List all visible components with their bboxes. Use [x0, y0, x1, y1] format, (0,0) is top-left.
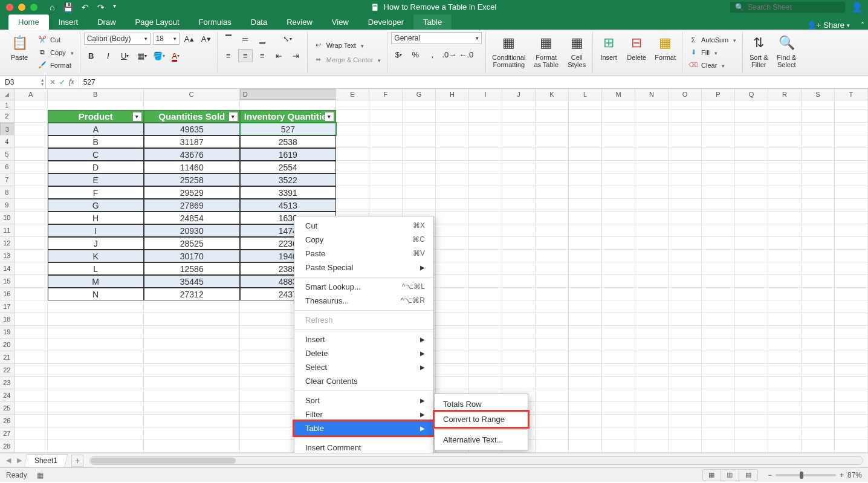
cell[interactable] [369, 135, 403, 148]
cell[interactable] [502, 377, 536, 389]
cell[interactable] [735, 123, 768, 135]
cell[interactable]: 27869 [144, 199, 240, 212]
cell[interactable] [436, 262, 469, 275]
cell[interactable] [835, 123, 868, 135]
cell[interactable] [835, 364, 868, 377]
cell[interactable] [768, 377, 802, 389]
cell[interactable] [536, 212, 569, 224]
decrease-decimal-icon[interactable]: ←.0 [459, 48, 473, 61]
cell[interactable] [536, 135, 569, 148]
borders-button[interactable]: ▦▾ [135, 49, 149, 62]
cell[interactable] [669, 161, 702, 173]
cell[interactable] [536, 440, 569, 453]
cell[interactable] [702, 173, 735, 186]
cell[interactable] [702, 389, 735, 402]
cell[interactable] [669, 237, 702, 250]
cell[interactable] [15, 427, 48, 440]
submenu-convert-to-range[interactable]: Convert to Range [435, 412, 528, 427]
cell[interactable] [602, 377, 635, 389]
cell[interactable] [469, 326, 502, 339]
cell[interactable] [835, 351, 868, 364]
cell[interactable] [768, 148, 802, 161]
cell[interactable] [369, 173, 403, 186]
cell[interactable]: 12586 [144, 262, 240, 275]
row-header[interactable]: 10 [0, 212, 15, 224]
cell[interactable] [802, 173, 835, 186]
row-header[interactable]: 27 [0, 427, 15, 440]
cell[interactable] [403, 161, 436, 173]
cell[interactable] [15, 402, 48, 415]
cell[interactable] [768, 300, 802, 313]
cell[interactable] [336, 110, 369, 123]
cell[interactable]: 49635 [144, 123, 240, 135]
cell[interactable] [602, 250, 635, 262]
row-header[interactable]: 1 [0, 100, 15, 110]
cell[interactable] [768, 186, 802, 199]
cell[interactable]: Product▾ [48, 110, 144, 123]
cell[interactable]: 35445 [144, 275, 240, 288]
cell[interactable] [569, 339, 602, 351]
cell[interactable] [15, 326, 48, 339]
cell[interactable] [802, 313, 835, 326]
cell[interactable]: 20930 [144, 224, 240, 237]
cell[interactable] [835, 377, 868, 389]
cell[interactable] [436, 110, 469, 123]
ribbon-tab-insert[interactable]: Insert [49, 15, 88, 30]
cell[interactable] [768, 275, 802, 288]
row-header[interactable]: 28 [0, 440, 15, 453]
cell[interactable] [502, 123, 536, 135]
ctx-clear-contents[interactable]: Clear Contents [294, 374, 433, 388]
cell[interactable] [536, 237, 569, 250]
cell[interactable] [669, 123, 702, 135]
cell[interactable] [802, 288, 835, 300]
cell[interactable] [569, 100, 602, 110]
cell[interactable] [536, 161, 569, 173]
cell[interactable] [469, 212, 502, 224]
qa-customize-icon[interactable]: ▾ [113, 2, 116, 12]
cell[interactable] [336, 135, 369, 148]
cell[interactable] [436, 161, 469, 173]
window-close[interactable] [6, 4, 13, 11]
column-header[interactable]: I [469, 89, 502, 100]
cell[interactable] [669, 364, 702, 377]
cell[interactable] [502, 199, 536, 212]
cell[interactable] [469, 377, 502, 389]
cell[interactable] [735, 377, 768, 389]
cell[interactable] [735, 275, 768, 288]
select-all-corner[interactable]: ◢ [0, 89, 15, 100]
cell[interactable] [15, 250, 48, 262]
cell[interactable] [144, 389, 240, 402]
cell[interactable] [802, 415, 835, 427]
cell[interactable] [569, 148, 602, 161]
cell[interactable] [369, 161, 403, 173]
cell[interactable] [15, 364, 48, 377]
cell[interactable] [403, 100, 436, 110]
cell[interactable] [536, 100, 569, 110]
column-header[interactable]: N [635, 89, 669, 100]
cell[interactable] [336, 173, 369, 186]
cell[interactable] [15, 313, 48, 326]
cell[interactable] [669, 199, 702, 212]
cell[interactable] [469, 237, 502, 250]
cell[interactable] [735, 389, 768, 402]
cell[interactable] [536, 326, 569, 339]
cell[interactable] [635, 237, 669, 250]
cell[interactable] [469, 275, 502, 288]
row-header[interactable]: 13 [0, 250, 15, 262]
window-zoom[interactable] [30, 4, 37, 11]
cell[interactable] [802, 300, 835, 313]
cell[interactable] [835, 275, 868, 288]
cell[interactable] [15, 415, 48, 427]
cell[interactable] [802, 262, 835, 275]
ctx-table[interactable]: Table▶ [294, 421, 433, 435]
cell[interactable] [835, 313, 868, 326]
ribbon-tab-page-layout[interactable]: Page Layout [126, 15, 189, 30]
cell[interactable] [15, 275, 48, 288]
cell[interactable] [536, 377, 569, 389]
cell[interactable] [768, 427, 802, 440]
cell[interactable] [802, 427, 835, 440]
cell[interactable] [569, 262, 602, 275]
cell[interactable] [669, 440, 702, 453]
cell[interactable] [536, 250, 569, 262]
cell[interactable] [369, 123, 403, 135]
